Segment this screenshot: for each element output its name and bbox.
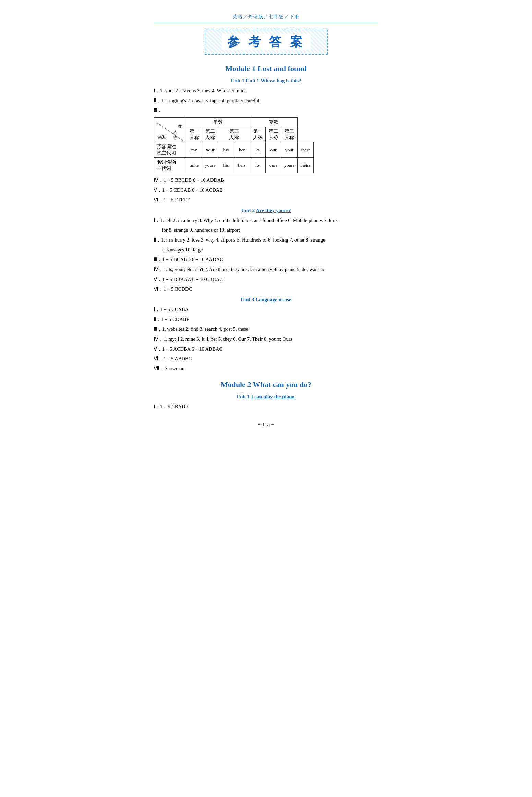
row-noun-label: 名词性物主代词 [154,157,186,173]
row-adj-label: 形容词性物主代词 [154,142,186,157]
banner-box: 参 考 答 案 [205,30,328,55]
unit2-title: Unit 2 Are they yours? [154,208,378,213]
cell-its1: its [250,142,266,157]
plural-header: 复数 [250,117,298,127]
cell-hers: hers [234,157,250,173]
unit3-line6: Ⅵ．1－5 ABDBC [154,354,378,363]
unit3-line5: Ⅴ．1－5 ACDBA 6－10 ADBAC [154,345,378,353]
unit1-line1: Ⅰ．1. your 2. crayons 3. they 4. Whose 5.… [154,86,378,95]
table-row-adjective: 形容词性物主代词 my your his her its our your th… [154,142,314,157]
unit1-after-table-1: Ⅳ．1－5 BBCDB 6－10 ADDAB [154,176,378,185]
unit3-line1: Ⅰ．1－5 CCABA [154,305,378,314]
unit2-line4: 9. sausages 10. large [162,246,378,254]
unit1-title: Unit 1 Unit 1 Whose bag is this? [154,78,378,84]
unit1-line3: Ⅲ． [154,106,378,115]
col-header-1: 第一人称 [186,127,202,142]
diagonal-header-cell: 数 人称 类别 [154,117,186,142]
col-header-4: 第一人称 [250,127,266,142]
banner-section: 参 考 答 案 [154,30,378,55]
pronoun-table: 数 人称 类别 单数 复数 第一人称 第二人称 第三人称 第一人称 第二人称 第… [154,117,314,173]
module1-title: Module 1 Lost and found [154,64,378,73]
unit1-after-table-2: Ⅴ．1－5 CDCAB 6－10 ACDAB [154,186,378,195]
cell-your1: your [202,142,218,157]
unit2-line1: Ⅰ．1. left 2. in a hurry 3. Why 4. on the… [154,216,378,225]
cell-my: my [186,142,202,157]
subtitle: 英语／外研版／七年级／下册 [154,14,378,20]
module2-unit1-title: Unit 1 I can play the piano. [154,394,378,400]
cell-his1: his [218,142,234,157]
unit1-line2: Ⅱ．1. Lingling's 2. eraser 3. tapes 4. pu… [154,96,378,105]
col-header-5: 第二人称 [266,127,281,142]
unit3-line3: Ⅲ．1. websites 2. find 3. search 4. post … [154,325,378,333]
table-header-row1: 数 人称 类别 单数 复数 [154,117,314,127]
page-number: ～113～ [154,421,378,428]
diag-mid-label: 人称 [173,129,177,141]
unit1-after-table-3: Ⅵ．1－5 FTFTT [154,196,378,204]
singular-header: 单数 [186,117,250,127]
cell-theirs: theirs [298,157,314,173]
col-header-6: 第三人称 [281,127,298,142]
diag-top-label: 数 [178,124,182,129]
unit3-title: Unit 3 Language in use [154,297,378,303]
cell-ours: ours [266,157,281,173]
unit2-line7: Ⅴ．1－5 DBAAA 6－10 CBCAC [154,275,378,284]
top-divider [154,23,378,23]
cell-our: our [266,142,281,157]
cell-his2: his [218,157,234,173]
table-row-noun: 名词性物主代词 mine yours his hers its ours you… [154,157,314,173]
unit2-line8: Ⅵ．1－5 BCDDC [154,285,378,293]
unit1-title-text: Unit 1 Unit 1 Whose bag is this? [231,78,301,83]
unit3-title-text: Language in use [256,297,291,302]
unit2-line6: Ⅳ．1. Is; your; No; isn't 2. Are those; t… [154,265,378,274]
module2-unit1-title-text: I can play the piano. [251,394,295,399]
unit3-line4: Ⅳ．1. my; I 2. mine 3. It 4. her 5. they … [154,335,378,343]
unit2-line5: Ⅲ．1－5 BCABD 6－10 AADAC [154,255,378,264]
col-header-3: 第三人称 [218,127,250,142]
banner-text: 参 考 答 案 [222,34,311,50]
module2-title: Module 2 What can you do? [154,380,378,389]
cell-yours1: yours [202,157,218,173]
cell-their: their [298,142,314,157]
col-header-2: 第二人称 [202,127,218,142]
cell-your2: your [281,142,298,157]
unit3-line7: Ⅶ．Snowman. [154,364,378,373]
cell-her: her [234,142,250,157]
diag-bottom-label: 类别 [158,134,166,140]
unit3-line2: Ⅱ．1－5 CDABE [154,315,378,324]
cell-yours2: yours [281,157,298,173]
module2-unit1-line1: Ⅰ．1－5 CBADF [154,402,378,411]
unit2-line3: Ⅱ．1. in a hurry 2. lose 3. why 4. airpor… [154,236,378,244]
unit2-line2: for 8. strange 9. hundreds of 10. airpor… [162,226,378,234]
cell-mine: mine [186,157,202,173]
unit2-title-text: Are they yours? [256,208,291,213]
cell-its2: its [250,157,266,173]
